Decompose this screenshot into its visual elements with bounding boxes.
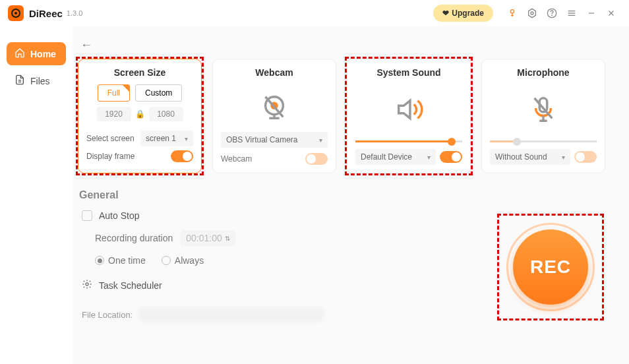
- card-webcam[interactable]: Webcam OBS Virtual Camera▾ Webcam: [212, 59, 336, 173]
- key-icon[interactable]: [506, 7, 518, 19]
- autostop-label: Auto Stop: [99, 210, 140, 221]
- menu-icon[interactable]: [566, 7, 578, 19]
- svg-point-4: [552, 15, 553, 16]
- record-button[interactable]: REC: [513, 229, 588, 305]
- close-icon[interactable]: [605, 7, 617, 19]
- system-device-select[interactable]: Default Device▾: [355, 149, 436, 165]
- duration-input[interactable]: 00:01:00 ⇅: [181, 230, 235, 246]
- sidebar: Home Files: [0, 26, 73, 364]
- file-location-label: File Location:: [82, 310, 133, 320]
- card-title: Microphone: [517, 67, 569, 78]
- speaker-icon: [355, 84, 462, 134]
- autostop-checkbox[interactable]: [82, 210, 92, 221]
- card-title: Screen Size: [114, 67, 166, 78]
- select-screen-label: Select screen: [86, 134, 135, 143]
- display-frame-label: Display frame: [86, 152, 135, 161]
- heart-icon: ❤: [442, 9, 449, 18]
- system-sound-toggle[interactable]: [440, 151, 462, 163]
- microphone-icon: [490, 84, 597, 134]
- system-volume-slider[interactable]: [355, 140, 462, 142]
- help-icon[interactable]: [546, 7, 558, 19]
- screen-select[interactable]: screen 1▾: [140, 131, 193, 146]
- card-system-sound[interactable]: System Sound Default Device▾: [347, 59, 471, 173]
- tab-full[interactable]: Full: [98, 84, 130, 102]
- upgrade-label: Upgrade: [452, 9, 484, 18]
- lock-icon[interactable]: 🔒: [135, 109, 145, 119]
- svg-marker-1: [529, 9, 536, 17]
- chevron-down-icon: ▾: [427, 154, 431, 161]
- webcam-device-select[interactable]: OBS Virtual Camera▾: [221, 132, 328, 148]
- app-name: DiReec: [29, 8, 63, 19]
- card-microphone[interactable]: Microphone Without Sound▾: [481, 59, 605, 173]
- settings-icon[interactable]: [526, 7, 538, 19]
- titlebar: DiReec 1.3.0 ❤ Upgrade: [0, 0, 629, 26]
- webcam-icon: [221, 84, 328, 132]
- sidebar-item-files[interactable]: Files: [7, 69, 66, 92]
- height-box[interactable]: 1080: [149, 107, 183, 121]
- mic-device-select[interactable]: Without Sound▾: [490, 149, 570, 165]
- display-frame-toggle[interactable]: [171, 150, 193, 162]
- file-location-path[interactable]: [139, 307, 324, 322]
- width-box[interactable]: 1920: [97, 107, 131, 121]
- main-panel: ← Screen Size Full Custom 1920 🔒 1080: [73, 26, 629, 364]
- sidebar-item-label: Files: [30, 76, 50, 86]
- chevron-down-icon: ▾: [185, 135, 188, 142]
- svg-point-2: [531, 12, 533, 15]
- sidebar-item-label: Home: [30, 49, 56, 59]
- svg-point-19: [86, 283, 88, 286]
- sidebar-item-home[interactable]: Home: [7, 42, 66, 65]
- back-button[interactable]: ←: [78, 38, 613, 52]
- svg-marker-16: [399, 100, 410, 118]
- webcam-toggle[interactable]: [305, 153, 328, 165]
- general-title: General: [79, 189, 613, 201]
- gear-icon: [82, 279, 92, 291]
- card-screen-size[interactable]: Screen Size Full Custom 1920 🔒 1080 Sele…: [78, 59, 202, 173]
- home-icon: [15, 47, 25, 60]
- files-icon: [15, 75, 25, 87]
- app-logo: [8, 5, 24, 21]
- chevron-down-icon: ▾: [319, 136, 322, 144]
- card-title: System Sound: [376, 67, 440, 78]
- radio-onetime[interactable]: One time: [95, 255, 146, 266]
- chevron-down-icon: ▾: [562, 154, 565, 161]
- svg-point-0: [510, 10, 514, 13]
- duration-label: Recording duration: [95, 233, 173, 243]
- app-version: 1.3.0: [67, 9, 82, 17]
- tab-custom[interactable]: Custom: [135, 84, 182, 102]
- stepper-icon: ⇅: [225, 235, 230, 242]
- webcam-label: Webcam: [221, 154, 252, 164]
- microphone-toggle[interactable]: [574, 151, 597, 163]
- upgrade-button[interactable]: ❤ Upgrade: [433, 5, 493, 22]
- mic-volume-slider[interactable]: [490, 140, 597, 142]
- card-title: Webcam: [255, 67, 293, 78]
- minimize-icon[interactable]: [585, 7, 597, 19]
- radio-always[interactable]: Always: [162, 255, 204, 266]
